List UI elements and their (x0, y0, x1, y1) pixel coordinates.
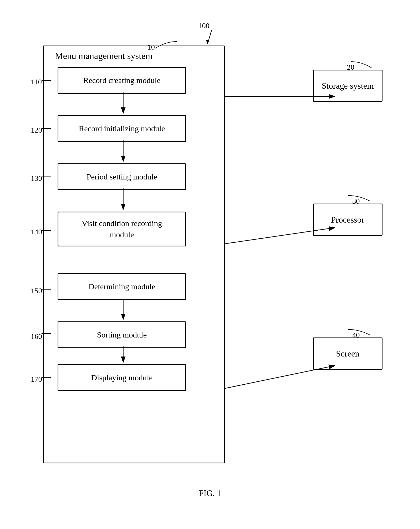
svg-line-26 (225, 228, 335, 244)
diagram-container: 100 10 Menu management system 110 120 13… (16, 16, 404, 512)
svg-line-27 (225, 366, 335, 388)
external-arrows-svg (16, 16, 418, 498)
fig-caption: FIG. 1 (16, 488, 404, 498)
